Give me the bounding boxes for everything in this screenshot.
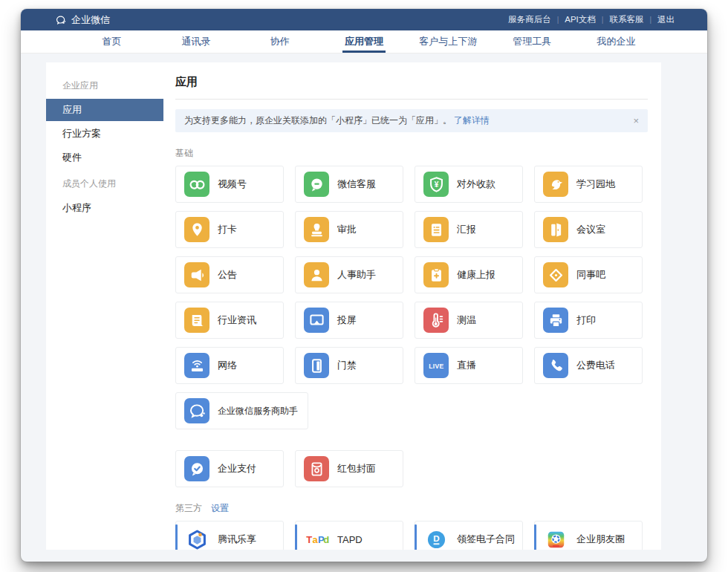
door-access-icon: [304, 353, 329, 378]
lexiang-hexagon-icon: [184, 527, 209, 550]
shield-yuan-icon: ¥: [423, 172, 449, 197]
wecom-bubble-icon: [184, 398, 209, 423]
wecom-logo-icon: [55, 14, 67, 26]
app-label: 视频号: [218, 178, 247, 191]
app-card-腾讯乐享[interactable]: 腾讯乐享: [175, 521, 284, 550]
app-group-1: 企业支付红包封面: [175, 450, 648, 487]
moments-rainbow-icon: [543, 527, 568, 550]
app-card-投屏[interactable]: 投屏: [295, 302, 403, 339]
meeting-door-icon: [543, 217, 568, 242]
wecom-admin-window: 企业微信 服务商后台|API文档|联系客服|退出 首页通讯录协作应用管理客户与上…: [21, 9, 707, 562]
app-card-TAPD[interactable]: TaPdTAPD: [295, 521, 403, 550]
nav-tab-3[interactable]: 应用管理: [322, 30, 406, 53]
app-label: 投屏: [337, 313, 357, 327]
app-label: 门禁: [337, 359, 357, 372]
app-card-视频号[interactable]: 视频号: [175, 166, 284, 203]
app-card-网络[interactable]: 网络: [175, 347, 284, 384]
app-label: 行业资讯: [218, 313, 256, 327]
app-card-会议室[interactable]: 会议室: [534, 211, 643, 248]
app-card-红包封面[interactable]: 红包封面: [295, 450, 403, 487]
card-grid: 视频号微信客服¥对外收款学习园地打卡审批汇报会议室公告人事助手健康上报同事吧行业…: [175, 166, 648, 429]
app-card-汇报[interactable]: 汇报: [415, 211, 523, 248]
sidebar-item-0-1[interactable]: 行业方案: [46, 123, 163, 145]
section-settings-link[interactable]: 设置: [211, 502, 229, 515]
printer-icon: [543, 308, 568, 333]
app-card-同事吧[interactable]: 同事吧: [534, 256, 643, 293]
app-card-直播[interactable]: LIVE直播: [415, 347, 523, 384]
app-label: TAPD: [337, 534, 363, 545]
location-pin-icon: [184, 217, 209, 242]
app-card-打卡[interactable]: 打卡: [175, 211, 284, 248]
notice-text: 为支持更多能力，原企业关联添加的「小程序」已统一为「应用」。: [184, 114, 452, 127]
app-card-学习园地[interactable]: 学习园地: [534, 166, 643, 203]
router-icon: [184, 353, 209, 378]
brand-logo[interactable]: 企业微信: [55, 13, 110, 27]
app-card-企业朋友圈[interactable]: 企业朋友圈: [534, 521, 643, 550]
app-card-审批[interactable]: 审批: [295, 211, 403, 248]
app-label: 企业微信服务商助手: [218, 405, 298, 417]
app-card-测温[interactable]: 测温: [415, 302, 523, 339]
chat-service-icon: [304, 172, 329, 197]
app-group-2: 第三方设置腾讯乐享TaPdTAPDD领签电子合同企业朋友圈: [175, 502, 648, 550]
nav-tab-6[interactable]: 我的企业: [574, 30, 658, 53]
app-label: 企业朋友圈: [576, 533, 625, 546]
svg-text:LIVE: LIVE: [429, 362, 443, 369]
app-card-门禁[interactable]: 门禁: [295, 347, 403, 384]
app-card-企业微信服务商助手[interactable]: 企业微信服务商助手: [175, 392, 308, 429]
topbar-link-0[interactable]: 服务商后台: [508, 14, 551, 25]
topbar-link-1[interactable]: API文档: [565, 14, 596, 25]
app-card-企业支付[interactable]: 企业支付: [175, 450, 284, 487]
notice-detail-link[interactable]: 了解详情: [454, 114, 490, 127]
section-head: 第三方设置: [175, 502, 648, 515]
topbar-link-3[interactable]: 退出: [657, 14, 675, 25]
svg-text:D: D: [433, 533, 439, 542]
app-card-微信客服[interactable]: 微信客服: [295, 166, 403, 203]
app-card-对外收款[interactable]: ¥对外收款: [415, 166, 523, 203]
thermometer-icon: [423, 308, 449, 333]
app-card-打印[interactable]: 打印: [534, 302, 643, 339]
app-label: 打卡: [218, 223, 237, 236]
app-card-人事助手[interactable]: 人事助手: [295, 256, 403, 293]
topbar: 企业微信 服务商后台|API文档|联系客服|退出: [21, 9, 707, 30]
page-title: 应用: [175, 75, 648, 89]
body-area: 企业应用应用行业方案硬件成员个人使用小程序 应用 为支持更多能力，原企业关联添加…: [21, 53, 707, 562]
tapd-logo-icon: TaPd: [304, 527, 329, 550]
health-clipboard-icon: [423, 262, 449, 287]
nav-tab-4[interactable]: 客户与上下游: [406, 30, 490, 53]
sidebar-item-0-2[interactable]: 硬件: [46, 146, 163, 169]
section-label: 第三方: [175, 502, 202, 515]
svg-text:d: d: [323, 534, 329, 545]
app-card-公费电话[interactable]: 公费电话: [534, 347, 643, 384]
brand-label: 企业微信: [71, 13, 110, 27]
sidebar-item-1-0[interactable]: 小程序: [46, 197, 163, 219]
megaphone-icon: [184, 262, 209, 287]
svg-text:T: T: [306, 534, 312, 545]
nav-tab-0[interactable]: 首页: [70, 30, 154, 53]
topbar-links: 服务商后台|API文档|联系客服|退出: [508, 14, 675, 25]
app-card-行业资讯[interactable]: 行业资讯: [175, 302, 284, 339]
sidebar-item-0-0[interactable]: 应用: [46, 99, 163, 121]
topbar-link-2[interactable]: 联系客服: [609, 14, 643, 25]
nav-tab-2[interactable]: 协作: [238, 30, 322, 53]
app-label: 健康上报: [457, 268, 495, 282]
app-label: 公告: [218, 268, 237, 282]
app-group-0: 基础视频号微信客服¥对外收款学习园地打卡审批汇报会议室公告人事助手健康上报同事吧…: [175, 147, 648, 429]
main-content: 应用 为支持更多能力，原企业关联添加的「小程序」已统一为「应用」。了解详情 × …: [163, 62, 661, 550]
person-icon: [304, 262, 329, 287]
nav-tab-5[interactable]: 管理工具: [490, 30, 574, 53]
close-icon[interactable]: ×: [633, 116, 639, 126]
card-grid: 腾讯乐享TaPdTAPDD领签电子合同企业朋友圈: [175, 521, 648, 550]
app-card-健康上报[interactable]: 健康上报: [415, 256, 523, 293]
app-label: 测温: [457, 313, 476, 327]
sidebar-group-header: 企业应用: [62, 79, 163, 92]
app-card-领签电子合同[interactable]: D领签电子合同: [415, 521, 523, 550]
app-label: 人事助手: [337, 268, 376, 282]
app-card-公告[interactable]: 公告: [175, 256, 284, 293]
card-grid: 企业支付红包封面: [175, 450, 648, 487]
live-icon: LIVE: [423, 353, 449, 378]
sidebar-group-header: 成员个人使用: [62, 178, 163, 190]
red-packet-icon: [304, 456, 329, 481]
app-label: 领签电子合同: [457, 533, 515, 546]
app-label: 直播: [457, 359, 476, 372]
nav-tab-1[interactable]: 通讯录: [154, 30, 238, 53]
